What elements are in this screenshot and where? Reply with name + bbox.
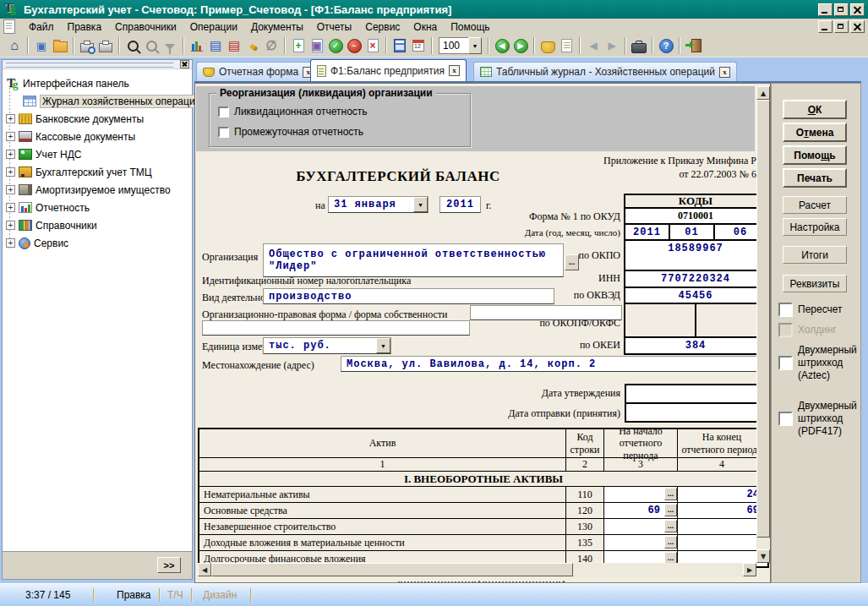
unit-combo[interactable]: тыс. руб. ▼ bbox=[263, 337, 391, 354]
settings-button[interactable]: Настройка bbox=[783, 218, 847, 236]
tree-item-tmc[interactable]: + Бухгалтерский учет ТМЦ bbox=[3, 163, 192, 181]
liquidation-checkbox-row[interactable]: Ликвидационная отчетность bbox=[218, 106, 368, 117]
checkbox-icon[interactable] bbox=[218, 127, 229, 138]
toolbox-icon[interactable] bbox=[631, 43, 647, 53]
row-end-cell[interactable]: 69 bbox=[678, 503, 766, 518]
report-year-field[interactable]: 2011 bbox=[439, 196, 481, 213]
copy-icon[interactable]: ▣ bbox=[33, 37, 50, 54]
row-begin-cell[interactable]: ... bbox=[604, 535, 678, 550]
help-icon[interactable]: ? bbox=[659, 39, 674, 53]
table-row[interactable]: Основные средства 120 69 ... 69 bbox=[199, 503, 767, 519]
totals-button[interactable]: Итоги bbox=[783, 246, 847, 264]
chevron-down-icon[interactable]: ▼ bbox=[468, 37, 482, 54]
coins-icon[interactable]: ● bbox=[244, 37, 261, 54]
zoom-in-icon[interactable] bbox=[128, 41, 139, 52]
menu-documents[interactable]: Документы bbox=[244, 20, 310, 34]
org-field[interactable]: Общество с ограниченной ответственностью… bbox=[263, 243, 564, 277]
row-end-cell[interactable] bbox=[678, 535, 766, 550]
menu-help[interactable]: Помощь bbox=[444, 20, 496, 34]
tree-item-vat[interactable]: + Учет НДС bbox=[3, 145, 192, 163]
tab-report-form[interactable]: Отчетная форма x bbox=[196, 62, 320, 81]
cell-browse-button[interactable]: ... bbox=[664, 504, 677, 516]
menu-service[interactable]: Сервис bbox=[358, 20, 407, 34]
tab-close-icon[interactable]: x bbox=[719, 67, 730, 78]
cell-browse-button[interactable]: ... bbox=[664, 520, 677, 532]
table-row[interactable]: Незавершенное строительство 130 ... bbox=[199, 519, 767, 535]
tab-balance[interactable]: Ф1:Баланс предприятия x bbox=[310, 59, 467, 81]
row-begin-cell[interactable]: ... bbox=[604, 519, 678, 534]
cell-browse-button[interactable]: ... bbox=[664, 536, 677, 549]
interim-checkbox-row[interactable]: Промежуточная отчетность bbox=[218, 126, 363, 138]
menu-references[interactable]: Справочники bbox=[108, 20, 183, 34]
panel-close-icon[interactable] bbox=[180, 60, 189, 68]
tree-item-depreciable[interactable]: + Амортизируемое имущество bbox=[3, 181, 192, 199]
row-end-cell[interactable]: 24 bbox=[678, 487, 766, 502]
horizontal-scrollbar[interactable]: ◀ ▶ bbox=[198, 563, 756, 577]
print-icon[interactable] bbox=[99, 43, 112, 52]
menu-reports[interactable]: Отчеты bbox=[310, 20, 358, 34]
cancel-icon[interactable]: ∅ bbox=[263, 37, 280, 54]
mdi-restore-icon[interactable] bbox=[834, 20, 849, 33]
expand-plus-icon[interactable]: + bbox=[6, 167, 15, 177]
calculator-icon[interactable] bbox=[394, 39, 406, 52]
mdi-minimize-icon[interactable] bbox=[818, 20, 833, 33]
filter-icon[interactable] bbox=[165, 44, 175, 50]
checkbox-icon[interactable] bbox=[778, 303, 793, 317]
ok-button[interactable]: ОК bbox=[783, 100, 847, 119]
print-button[interactable]: Печать bbox=[783, 168, 847, 188]
unpost-icon[interactable]: − bbox=[347, 39, 362, 53]
table-row[interactable]: Доходные вложения в материальные ценност… bbox=[199, 535, 767, 551]
expand-plus-icon[interactable]: + bbox=[6, 221, 15, 230]
pdf417-checkbox-row[interactable]: Двухмерный штрихкод (PDF417) bbox=[778, 400, 859, 438]
help-button[interactable]: Помощь bbox=[783, 145, 847, 165]
recalc-checkbox-row[interactable]: Пересчет bbox=[778, 303, 859, 317]
expand-plus-icon[interactable]: + bbox=[6, 203, 15, 212]
journal-icon[interactable]: ▤ bbox=[207, 37, 224, 54]
scrollbar-thumb[interactable] bbox=[756, 100, 770, 538]
details-button[interactable]: Реквизиты bbox=[783, 275, 847, 292]
tree-item-journal[interactable]: Журнал хозяйственных операций bbox=[3, 92, 192, 110]
cell-browse-button[interactable]: ... bbox=[664, 488, 677, 500]
back-icon[interactable]: ◀ bbox=[495, 39, 510, 53]
document-icon[interactable] bbox=[3, 19, 15, 34]
row-begin-cell[interactable]: 69 ... bbox=[604, 503, 678, 518]
menu-windows[interactable]: Окна bbox=[407, 20, 444, 34]
menu-edit[interactable]: Правка bbox=[61, 20, 109, 34]
cancel-button[interactable]: Отмена bbox=[783, 123, 847, 142]
tree-item-bank-documents[interactable]: + Банковские документы bbox=[3, 110, 192, 128]
exit-icon[interactable] bbox=[691, 39, 701, 52]
expand-plus-icon[interactable]: + bbox=[6, 150, 15, 159]
tree-item-references[interactable]: + Справочники bbox=[3, 216, 192, 234]
scroll-up-icon[interactable]: ▲ bbox=[756, 86, 770, 100]
restore-icon[interactable] bbox=[834, 3, 849, 16]
add-record-icon[interactable]: + bbox=[293, 39, 304, 52]
activity-field[interactable]: производство bbox=[263, 288, 554, 304]
row-begin-cell[interactable]: ... bbox=[604, 487, 678, 502]
notes-icon[interactable] bbox=[561, 39, 572, 52]
row-end-cell[interactable] bbox=[678, 519, 766, 534]
legal-form-field-2[interactable] bbox=[202, 320, 470, 336]
expand-plus-icon[interactable]: + bbox=[6, 132, 15, 141]
tree-item-cash-documents[interactable]: + Кассовые документы bbox=[3, 128, 192, 145]
jar-icon[interactable] bbox=[541, 41, 555, 53]
forward-icon[interactable]: ▶ bbox=[514, 39, 528, 53]
scroll-down-icon[interactable]: ▼ bbox=[756, 549, 770, 563]
post-icon[interactable]: ✓ bbox=[329, 39, 343, 53]
report-date-combo[interactable]: 31 января ▼ bbox=[328, 196, 429, 213]
print-preview-icon[interactable] bbox=[80, 43, 94, 52]
close-icon[interactable] bbox=[850, 3, 865, 16]
tree-item-reporting[interactable]: + Отчетность bbox=[3, 199, 192, 216]
scroll-right-icon[interactable]: ▶ bbox=[743, 563, 756, 576]
zoom-combo[interactable]: 100 ▼ bbox=[439, 37, 482, 54]
minimize-icon[interactable] bbox=[818, 3, 833, 16]
org-browse-button[interactable]: ... bbox=[565, 254, 579, 270]
vertical-scrollbar[interactable]: ▲ ▼ bbox=[756, 86, 770, 563]
expand-panel-button[interactable]: >> bbox=[157, 557, 181, 573]
scrollbar-thumb[interactable] bbox=[211, 563, 573, 576]
expand-plus-icon[interactable]: + bbox=[6, 238, 15, 248]
chart-icon[interactable] bbox=[191, 40, 203, 52]
tree-item-service[interactable]: + Сервис bbox=[3, 234, 192, 252]
tab-table-journal[interactable]: Табличный журнал - Хозяйственных операци… bbox=[473, 62, 737, 81]
tree-root[interactable]: Интерфейсная панель bbox=[3, 74, 192, 92]
panel-grip[interactable] bbox=[3, 60, 192, 69]
